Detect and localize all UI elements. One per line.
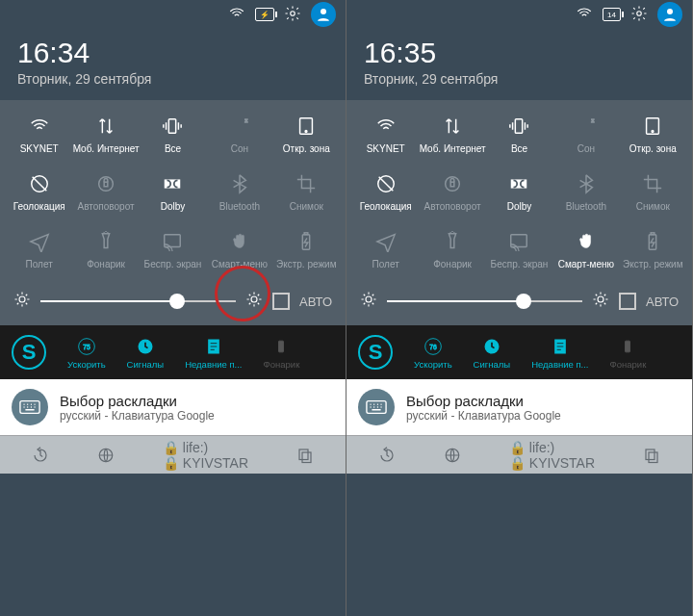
autorotate-tile[interactable]: Автоповорот — [72, 166, 139, 221]
screenshot-tile[interactable]: Снимок — [620, 166, 686, 221]
all-tile-label: Все — [165, 143, 181, 154]
boost-button[interactable]: 75 Ускорить — [67, 336, 106, 370]
cast-tile[interactable]: Беспр. экран — [486, 223, 552, 279]
extreme-mode-tile[interactable]: Экстр. режим — [620, 223, 686, 279]
notification-card[interactable]: Выбор раскладки русский - Клавиатура Goo… — [346, 379, 692, 435]
airplane-tile[interactable]: Полет — [6, 223, 72, 279]
geolocation-tile[interactable]: Геолокация — [6, 166, 72, 221]
airplane-tile[interactable]: Полет — [352, 223, 419, 279]
auto-brightness-checkbox[interactable] — [272, 293, 290, 310]
tabs-icon[interactable] — [296, 447, 314, 464]
bluetooth-tile[interactable]: Bluetooth — [552, 166, 619, 221]
open-zone-tile-icon — [294, 114, 319, 139]
mobile-data-tile[interactable]: Моб. Интернет — [72, 108, 139, 164]
open-zone-tile[interactable]: Откр. зона — [273, 108, 340, 164]
flashlight-tile[interactable]: Фонарик — [419, 223, 485, 279]
mobile-data-tile[interactable]: Моб. Интернет — [419, 108, 485, 164]
history-icon[interactable] — [32, 447, 49, 464]
utility-strip: S 76 Ускорить Сигналы Недавние п... Фона… — [346, 325, 692, 379]
wifi-icon — [228, 5, 245, 25]
svg-rect-8 — [104, 182, 108, 187]
smart-menu-tile[interactable]: Смарт-меню — [552, 223, 619, 279]
status-bar: 14 — [346, 0, 692, 29]
screenshot-tile-label: Снимок — [290, 201, 323, 212]
svg-point-26 — [667, 9, 673, 14]
quick-settings-grid: SKYNET Моб. Интернет Все z Сон Откр. зон… — [0, 100, 346, 281]
auto-brightness-checkbox[interactable] — [619, 293, 636, 310]
sleep-tile[interactable]: z Сон — [206, 108, 272, 164]
dolby-tile[interactable]: Dolby — [486, 166, 552, 221]
cast-tile[interactable]: Беспр. экран — [140, 223, 206, 279]
strip-flashlight-button[interactable]: Фонарик — [610, 336, 647, 370]
quick-settings-grid: SKYNET Моб. Интернет Все z Сон Откр. зон… — [346, 100, 692, 281]
svg-point-1 — [321, 9, 326, 14]
boost-button[interactable]: 76 Ускорить — [414, 336, 452, 370]
bottom-bar: 🔒 life:)🔒 KYIVSTAR — [346, 435, 692, 474]
smart-menu-tile[interactable]: Смарт-меню — [206, 223, 272, 279]
dolby-tile-icon — [160, 171, 185, 196]
globe-icon[interactable] — [444, 447, 461, 464]
svg-text:z: z — [591, 117, 594, 123]
settings-icon[interactable] — [630, 5, 648, 25]
geolocation-tile[interactable]: Геолокация — [352, 166, 419, 221]
history-icon[interactable] — [378, 447, 396, 464]
cast-tile-icon — [506, 229, 531, 254]
time-label: 16:35 — [364, 37, 675, 69]
tabs-icon[interactable] — [643, 447, 660, 464]
notification-title: Выбор раскладки — [60, 393, 215, 409]
wifi-tile[interactable]: SKYNET — [352, 108, 419, 164]
profile-avatar[interactable] — [311, 2, 336, 27]
cast-tile-icon — [160, 229, 185, 254]
utility-logo-icon[interactable]: S — [12, 335, 46, 370]
svg-point-39 — [598, 296, 603, 302]
signals-button[interactable]: Сигналы — [474, 336, 511, 370]
mobile-data-tile-icon — [440, 114, 465, 139]
brightness-low-icon — [13, 291, 31, 312]
smart-menu-tile-label: Смарт-меню — [212, 259, 268, 270]
bottom-bar: 🔒 life:)🔒 KYIVSTAR — [0, 435, 346, 474]
wifi-tile[interactable]: SKYNET — [6, 108, 72, 164]
screenshot-tile-icon — [294, 171, 319, 196]
signals-button[interactable]: Сигналы — [127, 336, 165, 370]
profile-avatar[interactable] — [657, 2, 682, 27]
autorotate-tile[interactable]: Автоповорот — [419, 166, 485, 221]
sim1-label: 🔒 life:)🔒 KYIVSTAR — [163, 440, 248, 471]
extreme-mode-tile-label: Экстр. режим — [276, 259, 337, 270]
brightness-slider[interactable] — [387, 300, 582, 302]
airplane-tile-icon — [373, 229, 398, 254]
screenshot-tile[interactable]: Снимок — [273, 166, 340, 221]
notification-card[interactable]: Выбор раскладки русский - Клавиатура Goo… — [0, 379, 346, 435]
globe-icon[interactable] — [97, 447, 115, 464]
bluetooth-tile-label: Bluetooth — [566, 201, 606, 212]
all-tile-label: Все — [511, 143, 527, 154]
mobile-data-tile-label: Моб. Интернет — [420, 143, 486, 154]
svg-rect-49 — [649, 452, 657, 463]
screenshot-tile-icon — [640, 171, 665, 196]
date-label: Вторник, 29 сентября — [17, 71, 328, 87]
battery-icon: ⚡ — [255, 8, 274, 21]
strip-flashlight-button[interactable]: Фонарик — [264, 336, 300, 370]
svg-rect-37 — [651, 233, 654, 235]
recent-button[interactable]: Недавние п... — [531, 336, 588, 370]
svg-point-30 — [652, 131, 654, 133]
all-tile[interactable]: Все — [486, 108, 552, 164]
dolby-tile[interactable]: Dolby — [140, 166, 206, 221]
svg-point-5 — [305, 131, 307, 133]
keyboard-icon — [358, 389, 395, 425]
brightness-slider[interactable] — [40, 300, 236, 302]
wifi-tile-label: SKYNET — [20, 143, 59, 154]
sleep-tile[interactable]: z Сон — [552, 108, 619, 164]
utility-logo-icon[interactable]: S — [358, 335, 393, 370]
extreme-mode-tile[interactable]: Экстр. режим — [273, 223, 340, 279]
all-tile[interactable]: Все — [140, 108, 206, 164]
svg-point-0 — [291, 11, 295, 15]
bluetooth-tile[interactable]: Bluetooth — [206, 166, 272, 221]
recent-button[interactable]: Недавние п... — [185, 336, 242, 370]
bluetooth-tile-icon — [227, 171, 252, 196]
flashlight-tile[interactable]: Фонарик — [72, 223, 139, 279]
svg-rect-34 — [511, 179, 527, 188]
open-zone-tile[interactable]: Откр. зона — [620, 108, 686, 164]
clock-header: 16:35 Вторник, 29 сентября — [346, 29, 692, 100]
settings-icon[interactable] — [284, 5, 301, 25]
svg-point-25 — [637, 11, 642, 15]
